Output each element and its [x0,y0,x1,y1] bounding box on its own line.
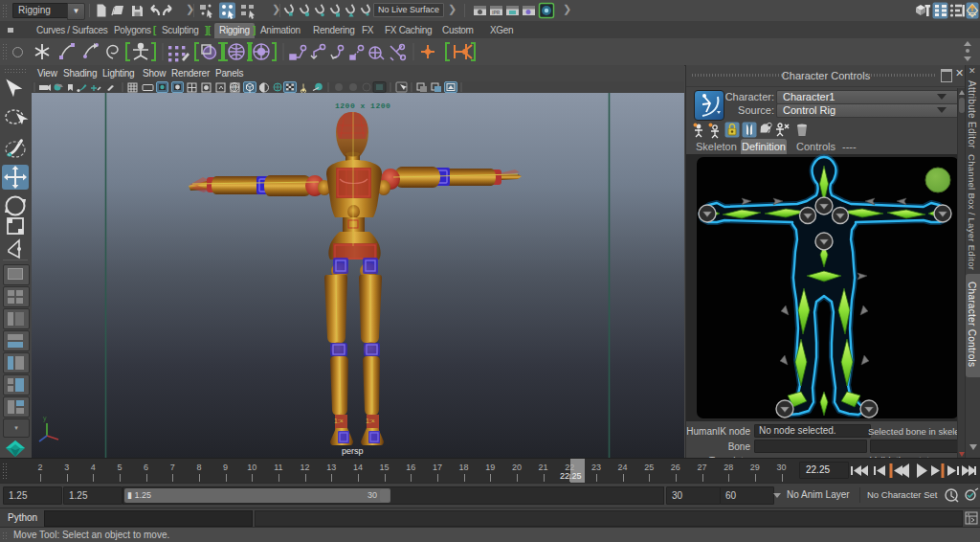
svg-text:1:×: 1:× [366,418,375,424]
svg-text:1:×: 1:× [334,418,344,424]
svg-text:1200 x 1200: 1200 x 1200 [335,102,390,110]
svg-text:y: y [43,415,47,422]
svg-text:IPR: IPR [492,10,501,15]
svg-text:persp: persp [342,446,364,456]
